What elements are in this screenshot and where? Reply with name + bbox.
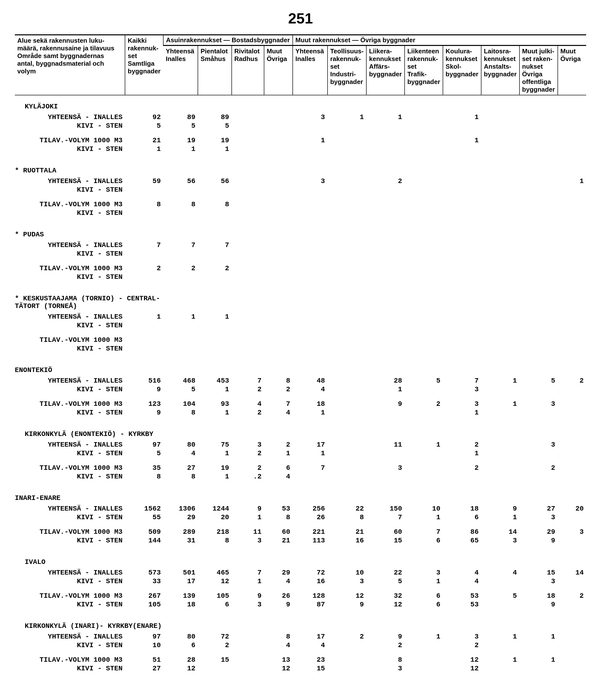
cell-value bbox=[232, 321, 264, 330]
cell-value: 17 bbox=[293, 441, 328, 449]
row-label: TILAV.-VOLYM 1000 M3 bbox=[15, 464, 125, 472]
cell-value: 5 bbox=[125, 449, 163, 458]
table-row: TILAV.-VOLYM 1000 M3352719267322 bbox=[15, 464, 586, 472]
cell-value: 1 bbox=[405, 441, 443, 449]
cell-value bbox=[264, 145, 293, 153]
cell-value bbox=[405, 655, 443, 664]
cell-value bbox=[520, 312, 558, 321]
cell-value: 3 bbox=[481, 536, 520, 545]
cell-value: 9 bbox=[520, 536, 558, 545]
cell-value bbox=[443, 185, 481, 194]
cell-value: 516 bbox=[125, 376, 163, 385]
cell-value bbox=[405, 408, 443, 417]
cell-value: 3 bbox=[232, 536, 264, 545]
cell-value: 3 bbox=[443, 632, 481, 641]
cell-value bbox=[232, 209, 264, 217]
cell-value: 2 bbox=[163, 264, 198, 273]
cell-value bbox=[198, 321, 232, 330]
cell-value bbox=[293, 185, 328, 194]
cell-value: 5 bbox=[366, 577, 405, 585]
row-label: KIVI - STEN bbox=[15, 641, 125, 650]
cell-value: 7 bbox=[443, 376, 481, 385]
cell-value bbox=[481, 641, 520, 650]
cell-value: 20 bbox=[198, 513, 232, 522]
cell-value bbox=[328, 641, 366, 650]
cell-value bbox=[558, 664, 586, 673]
cell-value: 1 bbox=[405, 577, 443, 585]
table-row: YHTEENSÄ - INALLES978072817291311 bbox=[15, 632, 586, 641]
section-row: ENONTEKIÖ bbox=[15, 359, 586, 376]
cell-value bbox=[405, 122, 443, 130]
cell-value: 3 bbox=[405, 568, 443, 577]
cell-value bbox=[520, 336, 558, 344]
section-title: * PUDAS bbox=[15, 223, 586, 241]
cell-value: 15 bbox=[198, 655, 232, 664]
cell-value: 26 bbox=[264, 592, 293, 600]
cell-value: 56 bbox=[163, 177, 198, 185]
cell-value bbox=[264, 241, 293, 249]
cell-value bbox=[163, 344, 198, 353]
cell-value: 3 bbox=[232, 600, 264, 609]
cell-value: 1 bbox=[481, 513, 520, 522]
cell-value: 1 bbox=[443, 136, 481, 145]
cell-value: 468 bbox=[163, 376, 198, 385]
cell-value: 93 bbox=[198, 400, 232, 408]
cell-value bbox=[405, 209, 443, 217]
cell-value: 6 bbox=[264, 464, 293, 472]
cell-value bbox=[293, 264, 328, 273]
cell-value bbox=[232, 312, 264, 321]
cell-value bbox=[264, 200, 293, 209]
cell-value: 6 bbox=[405, 536, 443, 545]
row-label: YHTEENSÄ - INALLES bbox=[15, 113, 125, 122]
cell-value: 7 bbox=[163, 241, 198, 249]
cell-value: 10 bbox=[328, 568, 366, 577]
cell-value bbox=[558, 513, 586, 522]
section-row: IVALO bbox=[15, 551, 586, 568]
row-label: KIVI - STEN bbox=[15, 185, 125, 194]
cell-value: 12 bbox=[163, 664, 198, 673]
cell-value: 12 bbox=[443, 664, 481, 673]
cell-value: 2 bbox=[405, 400, 443, 408]
cell-value: 1 bbox=[264, 449, 293, 458]
cell-value bbox=[520, 664, 558, 673]
cell-value bbox=[520, 177, 558, 185]
table-body: KYLÄJOKIYHTEENSÄ - INALLES9289893111KIVI… bbox=[15, 95, 586, 679]
cell-value: 18 bbox=[163, 600, 198, 609]
cell-value: 15 bbox=[520, 568, 558, 577]
cell-value bbox=[366, 321, 405, 330]
cell-value: 573 bbox=[125, 568, 163, 577]
cell-value: 8 bbox=[366, 655, 405, 664]
cell-value bbox=[443, 321, 481, 330]
cell-value: 11 bbox=[232, 528, 264, 536]
cell-value bbox=[443, 122, 481, 130]
cell-value: 1 bbox=[163, 312, 198, 321]
cell-value: 501 bbox=[163, 568, 198, 577]
cell-value bbox=[293, 200, 328, 209]
cell-value bbox=[443, 312, 481, 321]
cell-value: 16 bbox=[293, 577, 328, 585]
cell-value: 29 bbox=[520, 528, 558, 536]
cell-value bbox=[558, 655, 586, 664]
table-row: KIVI - STEN95122413 bbox=[15, 385, 586, 394]
cell-value bbox=[443, 472, 481, 481]
cell-value bbox=[405, 336, 443, 344]
cell-value: 89 bbox=[198, 113, 232, 122]
cell-value bbox=[443, 336, 481, 344]
table-row: TILAV.-VOLYM 1000 M312310493471892313 bbox=[15, 400, 586, 408]
cell-value bbox=[405, 344, 443, 353]
cell-value: 256 bbox=[293, 504, 328, 513]
cell-value: 2 bbox=[198, 264, 232, 273]
cell-value bbox=[328, 321, 366, 330]
section-row: * KESKUSTAAJAMA (TORNIO) - CENTRAL- TÄTO… bbox=[15, 287, 586, 312]
cell-value bbox=[558, 241, 586, 249]
row-label: KIVI - STEN bbox=[15, 408, 125, 417]
row-label: KIVI - STEN bbox=[15, 145, 125, 153]
cell-value bbox=[558, 577, 586, 585]
cell-value: 8 bbox=[264, 376, 293, 385]
cell-value: 1 bbox=[366, 113, 405, 122]
cell-value bbox=[125, 336, 163, 344]
cell-value bbox=[264, 249, 293, 258]
cell-value bbox=[232, 113, 264, 122]
cell-value bbox=[328, 376, 366, 385]
hdr-oth-school: Koulura-kennuksetSkol-byggnader bbox=[443, 46, 481, 95]
